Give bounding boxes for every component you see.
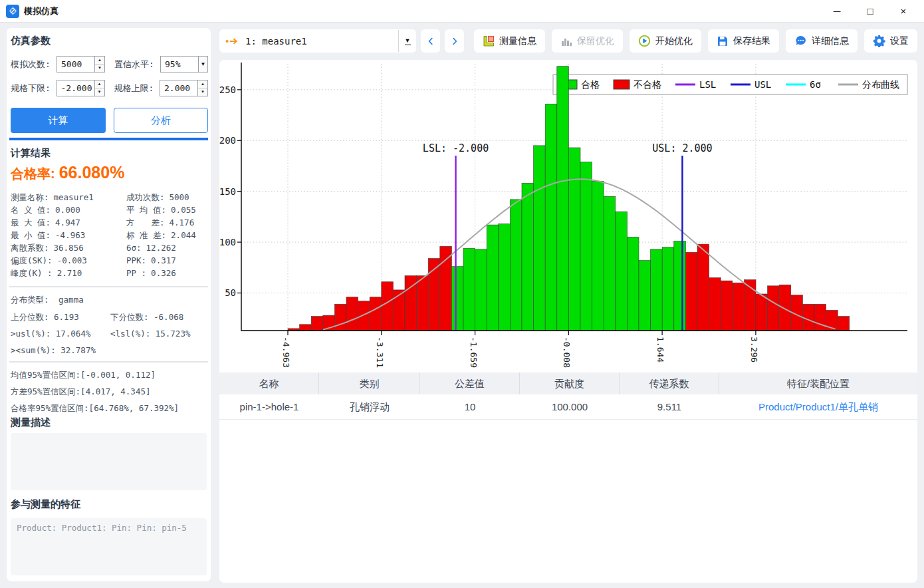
divider: [9, 361, 208, 363]
histogram-bar: [814, 304, 826, 331]
sim-count-label: 模拟次数:: [11, 59, 57, 71]
spinner-arrows[interactable]: ▲▼: [94, 57, 104, 72]
combo-arrow-icon[interactable]: ▼: [198, 57, 207, 72]
measured-features-box: Product: Product1: Pin: Pin: pin-5: [11, 518, 207, 575]
spin-up-icon[interactable]: ▲: [198, 80, 207, 88]
toolbar-button-label: 保留优化: [577, 35, 614, 47]
measure-description-input[interactable]: [11, 433, 207, 490]
stat-label: 名 义 值:: [11, 205, 51, 215]
stat-label: 最 小 值:: [11, 230, 51, 240]
histogram-bar: [651, 249, 663, 331]
y-tick-label: 150: [219, 186, 236, 197]
y-tick-label: 200: [219, 135, 236, 146]
sim-count-spinner[interactable]: ▲▼: [57, 56, 105, 73]
spec-lower-input[interactable]: [57, 80, 94, 96]
table-header-4: 传递系数: [620, 372, 719, 394]
play-icon: [638, 35, 651, 47]
pass-rate: 合格率:66.080%: [11, 163, 124, 183]
legend-label: 不合格: [634, 79, 661, 90]
spin-down-icon[interactable]: ▼: [95, 65, 104, 72]
simulation-sidebar: 仿真参数 模拟次数: ▲▼ 置信水平: ▼ 规格下限: ▲▼ 规格上限: ▲▼ …: [7, 28, 211, 581]
stat-value: 4.947: [55, 218, 80, 227]
table-header-1: 类别: [319, 372, 420, 394]
spec-upper-spinner[interactable]: ▲▼: [160, 80, 208, 96]
histogram-bar: [662, 247, 674, 331]
x-tick-label: -3.311: [375, 337, 385, 368]
toolbar-button-save[interactable]: 保存结果: [708, 29, 779, 53]
bar-chart-icon: [560, 35, 572, 47]
assembly-position-link[interactable]: Product/Product1/单孔单销: [719, 394, 917, 420]
save-icon: [717, 35, 729, 47]
histogram-bar: [604, 196, 616, 331]
histogram-bar: [639, 261, 651, 331]
stat-row: 测量名称:measure1: [11, 191, 94, 204]
spin-up-icon[interactable]: ▲: [95, 80, 104, 88]
spec-lower-spinner[interactable]: ▲▼: [57, 80, 105, 96]
toolbar-button-measure-info[interactable]: 测量信息: [474, 29, 545, 53]
chart-legend: 合格不合格LSLUSL6σ分布曲线: [553, 74, 907, 94]
x-tick-label: 3.296: [749, 337, 759, 363]
confidence-level-input[interactable]: [161, 57, 198, 72]
spin-up-icon[interactable]: ▲: [95, 57, 104, 65]
maximize-button[interactable]: □: [854, 0, 887, 23]
toolbar-button-gear[interactable]: 设置: [864, 29, 917, 53]
measure-select[interactable]: 1: measure1 ▼: [219, 29, 416, 53]
stat-label: 离散系数:: [11, 243, 49, 253]
calculate-button[interactable]: 计算: [11, 108, 106, 133]
stat-label: 测量名称:: [11, 192, 49, 202]
histogram-bar: [463, 248, 475, 331]
title-bar: 模拟仿真 ─ □ ×: [0, 0, 924, 23]
histogram-bar: [779, 285, 791, 331]
quantile-row-3: ><sum(%): 32.787%: [11, 345, 203, 355]
histogram-bar: [370, 297, 382, 331]
lower-quantile: 下分位数: -6.068: [110, 312, 210, 323]
histogram-bar: [674, 241, 686, 331]
legend-swatch-icon: [614, 80, 630, 89]
spin-down-icon[interactable]: ▼: [198, 88, 207, 96]
stat-value: -0.003: [57, 255, 87, 265]
spin-down-icon[interactable]: ▼: [95, 88, 104, 96]
spec-upper-input[interactable]: [160, 80, 197, 96]
stat-row: 标 准 差:2.044: [126, 229, 196, 241]
spinner-arrows[interactable]: ▲▼: [197, 80, 207, 96]
toolbar-button-label: 详细信息: [812, 35, 849, 47]
toolbar-button-play[interactable]: 开始优化: [630, 29, 701, 53]
toolbar-button-bar-chart[interactable]: 保留优化: [552, 29, 623, 53]
close-button[interactable]: ×: [887, 0, 920, 23]
stat-row: 最 大 值:4.947: [11, 216, 94, 229]
stat-row: PPK:0.317: [126, 254, 196, 267]
stat-row: 6σ:12.262: [126, 241, 196, 254]
histogram-bar: [417, 276, 429, 331]
histogram-bar: [487, 225, 499, 331]
histogram-bar: [510, 200, 522, 331]
stat-label: 6σ:: [126, 243, 142, 253]
stat-value: 2.710: [57, 268, 82, 278]
legend-label: USL: [754, 79, 771, 90]
stat-value: 0.055: [171, 205, 196, 215]
legend-label: 合格: [581, 79, 600, 90]
stat-label: 平 均 值:: [126, 205, 166, 215]
pass-rate-label: 合格率:: [11, 166, 55, 181]
toolbar-button-chat[interactable]: 详细信息: [786, 29, 858, 53]
table-row: pin-1->hole-1孔销浮动10100.0009.511Product/P…: [219, 394, 917, 420]
confidence-level-combo[interactable]: ▼: [160, 56, 208, 73]
measure-info-icon: [483, 35, 495, 47]
combo-dropdown-icon[interactable]: ▼: [399, 37, 416, 45]
sim-count-input[interactable]: [57, 57, 94, 72]
params-title: 仿真参数: [11, 35, 207, 47]
table-cell: 孔销浮动: [319, 394, 420, 420]
analyze-button[interactable]: 分析: [114, 108, 208, 133]
app-icon: [6, 5, 19, 18]
prev-measure-button[interactable]: [421, 29, 440, 53]
distribution-chart: 合格不合格LSLUSL6σ分布曲线LSL: -2.000USL: 2.00050…: [219, 60, 917, 369]
histogram-bar: [499, 224, 511, 331]
stat-label: PP :: [126, 268, 146, 278]
param-row-2: 规格下限: ▲▼ 规格上限: ▲▼: [11, 79, 208, 97]
distribution-type-value: gamma: [58, 295, 84, 305]
next-measure-button[interactable]: [445, 29, 464, 53]
minimize-button[interactable]: ─: [820, 0, 854, 23]
y-tick-label: 50: [225, 287, 236, 298]
stat-row: 离散系数:36.856: [11, 241, 94, 254]
x-tick-label: -0.008: [562, 337, 572, 368]
spinner-arrows[interactable]: ▲▼: [94, 80, 104, 96]
